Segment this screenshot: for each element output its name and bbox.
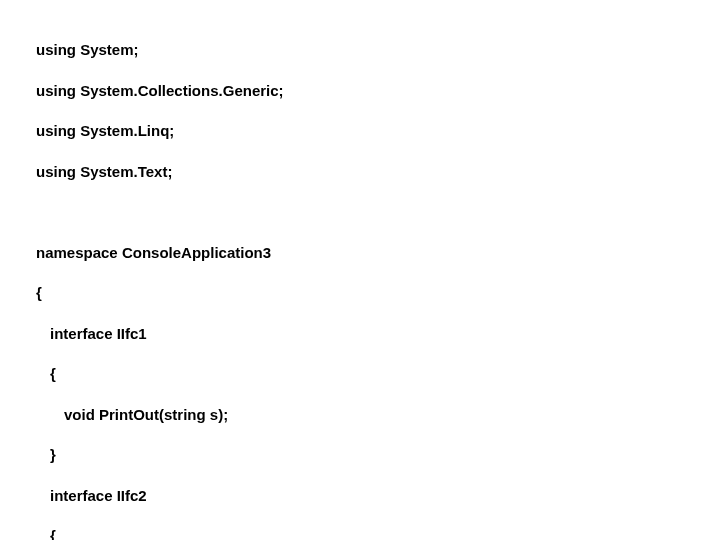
code-line: using System.Text;: [36, 162, 720, 182]
code-line: {: [36, 364, 720, 384]
blank-line: [36, 202, 720, 222]
code-line: interface IIfc2: [36, 486, 720, 506]
code-line: {: [36, 526, 720, 540]
code-line: }: [36, 445, 720, 465]
code-line: using System.Linq;: [36, 121, 720, 141]
code-line: using System;: [36, 40, 720, 60]
code-line: void PrintOut(string s);: [36, 405, 720, 425]
code-line: namespace ConsoleApplication3: [36, 243, 720, 263]
code-line: {: [36, 283, 720, 303]
code-line: interface IIfc1: [36, 324, 720, 344]
code-line: using System.Collections.Generic;: [36, 81, 720, 101]
code-snippet: using System; using System.Collections.G…: [36, 20, 720, 540]
